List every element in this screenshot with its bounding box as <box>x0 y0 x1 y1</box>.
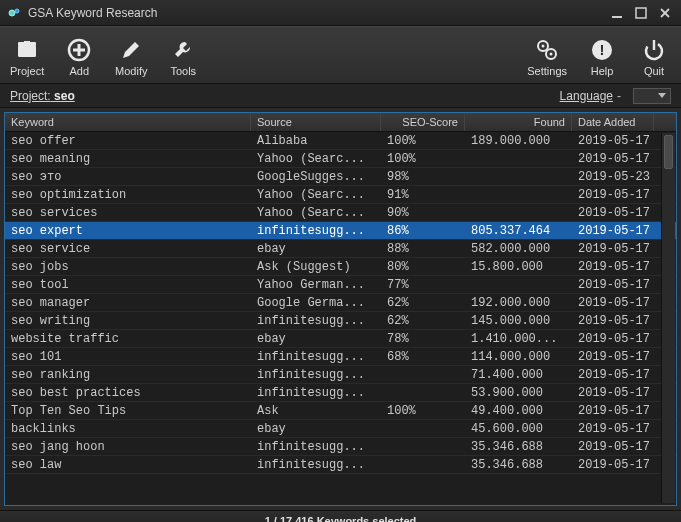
quit-icon <box>641 37 667 63</box>
cell-keyword: seo optimization <box>5 188 251 202</box>
cell-keyword: seo meaning <box>5 152 251 166</box>
cell-score: 100% <box>381 404 465 418</box>
column-source[interactable]: Source <box>251 113 381 131</box>
cell-date: 2019-05-23 <box>572 170 654 184</box>
cell-date: 2019-05-17 <box>572 386 654 400</box>
cell-found: 192.000.000 <box>465 296 572 310</box>
cell-keyword: seo offer <box>5 134 251 148</box>
svg-rect-6 <box>18 45 36 57</box>
cell-found: 145.000.000 <box>465 314 572 328</box>
cell-score: 78% <box>381 332 465 346</box>
cell-source: ebay <box>251 422 381 436</box>
vertical-scrollbar[interactable] <box>661 133 675 503</box>
cell-date: 2019-05-17 <box>572 314 654 328</box>
language-link[interactable]: Language <box>560 89 613 103</box>
svg-rect-20 <box>653 40 655 50</box>
cell-source: infinitesugg... <box>251 458 381 472</box>
svg-marker-21 <box>658 93 666 98</box>
cell-found: 49.400.000 <box>465 404 572 418</box>
cell-score: 91% <box>381 188 465 202</box>
table-row[interactable]: seo offerAlibaba100%189.000.0002019-05-1… <box>5 132 676 150</box>
modify-button[interactable]: Modify <box>112 35 150 79</box>
table-row[interactable]: seo best practicesinfinitesugg...53.900.… <box>5 384 676 402</box>
table-row[interactable]: seo serviceebay88%582.000.0002019-05-17 <box>5 240 676 258</box>
cell-score: 100% <box>381 152 465 166</box>
cell-date: 2019-05-17 <box>572 458 654 472</box>
table-row[interactable]: seo jobsAsk (Suggest)80%15.800.0002019-0… <box>5 258 676 276</box>
cell-source: Alibaba <box>251 134 381 148</box>
settings-icon <box>534 37 560 63</box>
table-row[interactable]: seo managerGoogle Germa...62%192.000.000… <box>5 294 676 312</box>
cell-date: 2019-05-17 <box>572 134 654 148</box>
settings-button[interactable]: Settings <box>525 35 569 79</box>
title-bar: GSA Keyword Research <box>0 0 681 26</box>
cell-date: 2019-05-17 <box>572 242 654 256</box>
tools-button[interactable]: Tools <box>164 35 202 79</box>
table-row[interactable]: seo optimizationYahoo (Searc...91%2019-0… <box>5 186 676 204</box>
cell-score: 62% <box>381 296 465 310</box>
svg-rect-8 <box>24 41 30 44</box>
cell-found: 35.346.688 <box>465 440 572 454</box>
svg-rect-11 <box>73 49 85 52</box>
quit-button[interactable]: Quit <box>635 35 673 79</box>
help-icon: ! <box>589 37 615 63</box>
cell-score: 62% <box>381 314 465 328</box>
project-button[interactable]: Project <box>8 35 46 79</box>
column-date[interactable]: Date Added <box>572 113 654 131</box>
status-bar: 1 / 17.416 Keywords selected <box>0 510 681 522</box>
cell-source: Yahoo (Searc... <box>251 206 381 220</box>
tools-icon <box>170 37 196 63</box>
cell-keyword: seo 101 <box>5 350 251 364</box>
help-button[interactable]: ! Help <box>583 35 621 79</box>
status-text: 1 / 17.416 Keywords selected <box>265 515 417 523</box>
cell-keyword: seo expert <box>5 224 251 238</box>
cell-date: 2019-05-17 <box>572 422 654 436</box>
maximize-button[interactable] <box>631 3 651 23</box>
cell-date: 2019-05-17 <box>572 368 654 382</box>
table-row[interactable]: seo servicesYahoo (Searc...90%2019-05-17 <box>5 204 676 222</box>
scrollbar-thumb[interactable] <box>664 135 673 169</box>
table-row[interactable]: seo jang hooninfinitesugg...35.346.68820… <box>5 438 676 456</box>
column-keyword[interactable]: Keyword <box>5 113 251 131</box>
cell-source: infinitesugg... <box>251 314 381 328</box>
svg-point-1 <box>15 9 19 13</box>
table-row[interactable]: seo expertinfinitesugg...86%805.337.4642… <box>5 222 676 240</box>
cell-source: ebay <box>251 332 381 346</box>
table-row[interactable]: website trafficebay78%1.410.000...2019-0… <box>5 330 676 348</box>
cell-date: 2019-05-17 <box>572 440 654 454</box>
cell-found: 53.900.000 <box>465 386 572 400</box>
table-row[interactable]: seo meaningYahoo (Searc...100%2019-05-17 <box>5 150 676 168</box>
minimize-button[interactable] <box>607 3 627 23</box>
table-row[interactable]: Top Ten Seo TipsAsk100%49.400.0002019-05… <box>5 402 676 420</box>
cell-source: infinitesugg... <box>251 350 381 364</box>
cell-found: 114.000.000 <box>465 350 572 364</box>
column-found[interactable]: Found <box>465 113 572 131</box>
table-row[interactable]: seo rankinginfinitesugg...71.400.0002019… <box>5 366 676 384</box>
table-row[interactable]: seo этоGoogleSugges...98%2019-05-23 <box>5 168 676 186</box>
cell-source: infinitesugg... <box>251 224 381 238</box>
project-link[interactable]: Project: seo <box>10 89 75 103</box>
table-row[interactable]: seo lawinfinitesugg...35.346.6882019-05-… <box>5 456 676 474</box>
cell-keyword: seo jang hoon <box>5 440 251 454</box>
column-score[interactable]: SEO-Score <box>381 113 465 131</box>
cell-keyword: seo best practices <box>5 386 251 400</box>
svg-marker-12 <box>123 42 139 58</box>
table-row[interactable]: seo writinginfinitesugg...62%145.000.000… <box>5 312 676 330</box>
cell-source: infinitesugg... <box>251 368 381 382</box>
table-row[interactable]: backlinksebay45.600.0002019-05-17 <box>5 420 676 438</box>
table-row[interactable]: seo toolYahoo German...77%2019-05-17 <box>5 276 676 294</box>
main-toolbar: Project Add Modify Tools Settings <box>0 26 681 84</box>
language-dropdown[interactable] <box>633 88 671 104</box>
cell-date: 2019-05-17 <box>572 404 654 418</box>
cell-keyword: website traffic <box>5 332 251 346</box>
cell-keyword: seo service <box>5 242 251 256</box>
add-button[interactable]: Add <box>60 35 98 79</box>
cell-date: 2019-05-17 <box>572 350 654 364</box>
cell-keyword: seo ranking <box>5 368 251 382</box>
table-header: Keyword Source SEO-Score Found Date Adde… <box>5 113 676 132</box>
cell-source: infinitesugg... <box>251 440 381 454</box>
table-row[interactable]: seo 101infinitesugg...68%114.000.0002019… <box>5 348 676 366</box>
cell-date: 2019-05-17 <box>572 332 654 346</box>
project-icon <box>14 37 40 63</box>
close-button[interactable] <box>655 3 675 23</box>
